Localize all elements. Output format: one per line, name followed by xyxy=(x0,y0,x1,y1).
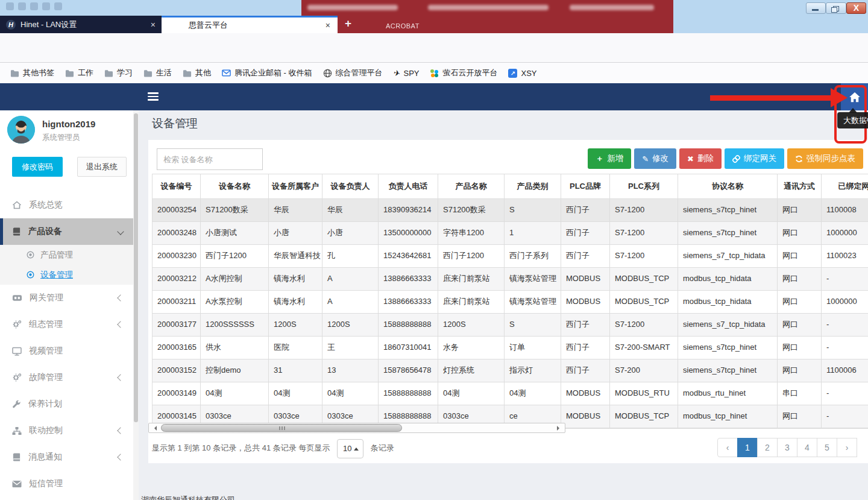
column-header[interactable]: 负责人电话 xyxy=(379,174,438,198)
delete-button[interactable]: ✖删除 xyxy=(679,148,722,169)
page-button[interactable]: 1 xyxy=(737,438,758,457)
horizontal-scrollbar[interactable] xyxy=(148,423,565,433)
bookmark-spy[interactable]: ✈ SPY xyxy=(388,66,425,80)
sidebar-item-product-mgmt[interactable]: 产品管理 xyxy=(0,245,134,265)
bookmark-folder-other-bookmarks[interactable]: 其他书签 xyxy=(5,66,60,80)
table-row[interactable]: 200003254 S71200数采 华辰 华辰 18390936214 S71… xyxy=(153,199,868,222)
chevron-left-icon xyxy=(117,321,124,328)
bookmark-folder-work[interactable]: 工作 xyxy=(60,66,99,80)
table-row[interactable]: 200003149 04测 04测 04测 15888888888 04测 04… xyxy=(153,382,868,405)
bind-gateway-button[interactable]: 绑定网关 xyxy=(725,148,784,169)
browser-toolbar: iot.idosp.net/admin/index.html# 80% ··· … xyxy=(0,33,868,63)
page-size-dropdown[interactable]: 10 xyxy=(337,439,363,458)
bookmark-mgmt-platform[interactable]: 综合管理平台 xyxy=(318,66,388,80)
column-header[interactable]: 产品类别 xyxy=(505,174,561,198)
taskbar-icon xyxy=(6,2,14,10)
sidebar-item-gateway-mgmt[interactable]: 网关管理 xyxy=(0,285,134,311)
sidebar-item-device-mgmt[interactable]: 设备管理 xyxy=(0,265,134,285)
background-window-titlebar xyxy=(301,0,673,16)
column-header[interactable]: 通讯方式 xyxy=(778,174,822,198)
column-header[interactable]: PLC系列 xyxy=(610,174,678,198)
user-role: 系统管理员 xyxy=(42,133,80,143)
tab-sipu-cloud[interactable]: 思普云平台 × xyxy=(162,16,338,33)
sidebar-item-maintenance-plan[interactable]: 保养计划 xyxy=(0,391,134,417)
minimize-button[interactable] xyxy=(806,2,826,14)
logout-button[interactable]: 退出系统 xyxy=(77,157,127,177)
taskbar-icon xyxy=(42,2,50,10)
table-row[interactable]: 200003165 供水 医院 王 18607310041 水务 订单 西门子 … xyxy=(153,337,868,359)
table-body: 200003254 S71200数采 华辰 华辰 18390936214 S71… xyxy=(153,199,868,428)
sidebar-item-message-notice[interactable]: 消息通知 xyxy=(0,444,134,470)
home-tooltip: 大数据中心 xyxy=(837,112,868,128)
table-row[interactable]: 200003211 A水泵控制 镇海水利 A 13886663333 庶来门前泵… xyxy=(153,291,868,314)
scrollbar-thumb[interactable] xyxy=(161,424,402,432)
avatar[interactable] xyxy=(7,116,35,144)
scroll-right-icon[interactable] xyxy=(557,426,562,431)
bookmarks-bar: 其他书签 工作 学习 生活 其他 腾讯企业邮箱 - 收件箱 综合管理平台 ✈ S xyxy=(0,63,868,83)
book-icon xyxy=(12,227,21,236)
folder-icon xyxy=(183,69,192,77)
tab-close-icon[interactable]: × xyxy=(151,20,156,30)
page-button[interactable]: 5 xyxy=(817,438,837,457)
table-row[interactable]: 200003248 小唐测试 小唐 小唐 13500000000 字符串1200… xyxy=(153,222,868,245)
add-button[interactable]: ＋新增 xyxy=(588,148,631,169)
page-button[interactable]: 4 xyxy=(797,438,817,457)
column-header[interactable]: 产品名称 xyxy=(438,174,505,198)
sidebar-toggle-button[interactable] xyxy=(148,92,159,101)
sidebar-scrollbar-thumb[interactable] xyxy=(134,113,138,422)
sidebar-item-system-overview[interactable]: 系统总览 xyxy=(0,192,134,218)
sidebar-item-video-mgmt[interactable]: 视频管理 xyxy=(0,338,134,364)
edit-button[interactable]: ✎修改 xyxy=(634,148,676,169)
plus-icon: ＋ xyxy=(596,153,603,164)
bookmark-folder-study[interactable]: 学习 xyxy=(99,66,138,80)
bookmark-ezviz[interactable]: 萤石云开放平台 xyxy=(424,66,503,80)
bookmark-folder-misc[interactable]: 其他 xyxy=(177,66,216,80)
column-header[interactable]: 设备名称 xyxy=(201,174,269,198)
blurred-text xyxy=(307,5,398,10)
content-card: ＋新增 ✎修改 ✖删除 绑定网关 强制同步点表 设备编号设备名称设备所属客户设备… xyxy=(148,140,868,463)
column-header[interactable]: 协议名称 xyxy=(678,174,778,198)
column-header[interactable]: PLC品牌 xyxy=(561,174,610,198)
column-header[interactable]: 设备编号 xyxy=(153,174,201,198)
mail-icon xyxy=(12,480,22,488)
avatar-image xyxy=(7,116,35,144)
chevron-left-icon xyxy=(117,454,124,460)
scroll-left-icon[interactable] xyxy=(152,426,157,431)
book-icon xyxy=(12,452,21,462)
gateway-icon xyxy=(12,294,22,302)
table-toolbar: ＋新增 ✎修改 ✖删除 绑定网关 强制同步点表 xyxy=(588,148,863,169)
sidebar-item-sms-mgmt[interactable]: 短信管理 xyxy=(0,470,134,497)
dot-circle-icon xyxy=(27,271,34,279)
annotation-arrow xyxy=(710,95,831,101)
device-search-input[interactable] xyxy=(157,148,263,170)
bookmark-folder-life[interactable]: 生活 xyxy=(138,66,177,80)
bookmark-xsy[interactable]: ↗ XSY xyxy=(503,66,542,80)
column-header[interactable]: 设备所属客户 xyxy=(269,174,322,198)
page-button[interactable]: › xyxy=(837,438,857,457)
screen: X H Hinet - LAN设置 × 思普云平台 × + ACROBAT xyxy=(0,0,868,500)
page-title: 设备管理 xyxy=(152,116,198,131)
table-row[interactable]: 200003152 控制demo 31 13 15878656478 灯控系统 … xyxy=(153,359,868,382)
sidebar-item-product-device[interactable]: 产品设备 xyxy=(0,218,134,245)
column-header[interactable]: 设备负责人 xyxy=(322,174,379,198)
page-button[interactable]: 3 xyxy=(777,438,797,457)
tab-hinet[interactable]: H Hinet - LAN设置 × xyxy=(0,16,162,33)
sidebar-item-config-mgmt[interactable]: 组态管理 xyxy=(0,311,134,338)
table-row[interactable]: 200003230 西门子1200 华辰智通科技 孔 15243642681 西… xyxy=(153,245,868,268)
table-row[interactable]: 200003212 A水闸控制 镇海水利 A 13886663333 庶来门前泵… xyxy=(153,268,868,291)
force-sync-button[interactable]: 强制同步点表 xyxy=(787,148,863,169)
sidebar-item-linkage-control[interactable]: 联动控制 xyxy=(0,417,134,444)
column-header[interactable]: 已绑定网关 xyxy=(822,174,868,198)
desktop-background: X xyxy=(0,0,868,16)
restore-button[interactable] xyxy=(826,2,846,14)
page-button[interactable]: 2 xyxy=(757,438,778,457)
sidebar-item-fault-mgmt[interactable]: 故障管理 xyxy=(0,364,134,391)
new-tab-button[interactable]: + xyxy=(345,17,351,30)
change-password-button[interactable]: 修改密码 xyxy=(12,157,63,177)
bookmark-tencent-mail[interactable]: 腾讯企业邮箱 - 收件箱 xyxy=(216,66,318,80)
tab-close-icon[interactable]: × xyxy=(326,21,330,30)
close-button[interactable]: X xyxy=(846,2,866,14)
wrench-icon xyxy=(12,400,21,409)
table-row[interactable]: 200003177 1200SSSSSS 1200S 1200S 1588888… xyxy=(153,314,868,337)
page-button[interactable]: ‹ xyxy=(717,438,738,457)
